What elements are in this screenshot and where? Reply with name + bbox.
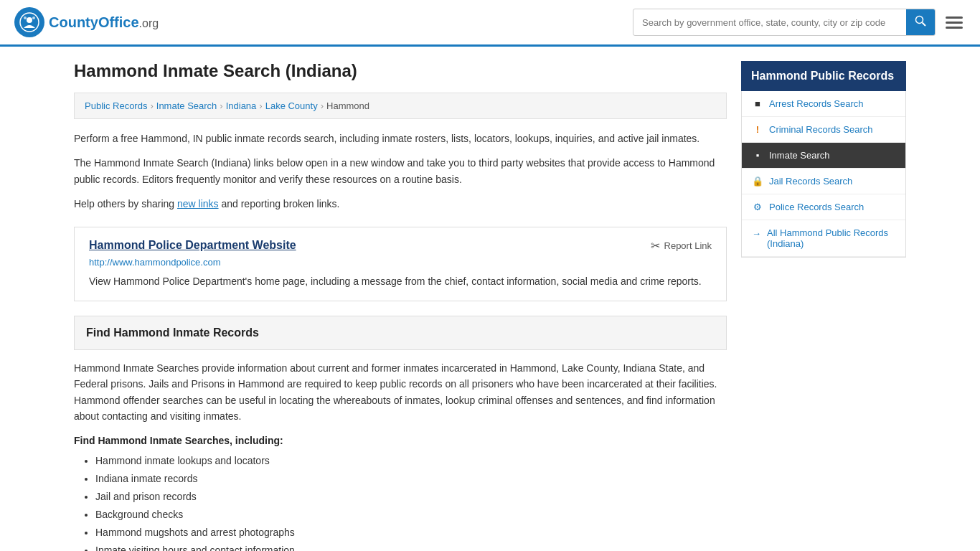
logo-area: CountyOffice.org bbox=[14, 7, 159, 37]
menu-button[interactable] bbox=[943, 14, 966, 32]
list-item: Inmate visiting hours and contact inform… bbox=[95, 542, 727, 551]
list-item: Jail and prison records bbox=[95, 488, 727, 506]
svg-point-4 bbox=[916, 17, 923, 24]
breadcrumb-sep-4: › bbox=[321, 100, 324, 111]
search-input[interactable] bbox=[633, 11, 906, 34]
svg-point-2 bbox=[24, 17, 27, 19]
list-item: Hammond mugshots and arrest photographs bbox=[95, 524, 727, 542]
list-item: Hammond inmate lookups and locators bbox=[95, 452, 727, 470]
breadcrumb-link-indiana[interactable]: Indiana bbox=[226, 100, 257, 111]
logo-text: CountyOffice.org bbox=[49, 14, 159, 31]
list-item: Indiana inmate records bbox=[95, 470, 727, 488]
person-icon: ▪ bbox=[752, 150, 763, 161]
record-url: http://www.hammondpolice.com bbox=[89, 257, 712, 268]
header: CountyOffice.org bbox=[0, 0, 980, 47]
intro-paragraph-1: Perform a free Hammond, IN public inmate… bbox=[74, 131, 727, 146]
breadcrumb-sep-2: › bbox=[220, 100, 222, 111]
scissors-icon: ✂ bbox=[651, 239, 660, 253]
gear-icon: ⚙ bbox=[752, 202, 763, 212]
lock-icon: 🔒 bbox=[752, 176, 763, 187]
sidebar-item-arrest-records[interactable]: ■ Arrest Records Search bbox=[742, 91, 905, 117]
sidebar: Hammond Public Records ■ Arrest Records … bbox=[741, 61, 906, 551]
breadcrumb-sep-3: › bbox=[259, 100, 262, 111]
list-item: Background checks bbox=[95, 506, 727, 524]
find-section-body: Hammond Inmate Searches provide informat… bbox=[74, 360, 727, 425]
breadcrumb-link-inmate-search[interactable]: Inmate Search bbox=[156, 100, 217, 111]
record-title-link[interactable]: Hammond Police Department Website bbox=[89, 239, 296, 251]
sidebar-label-criminal-records: Criminal Records Search bbox=[769, 124, 873, 135]
sidebar-label-all-records: All Hammond Public Records (Indiana) bbox=[767, 227, 895, 249]
sidebar-label-inmate-search: Inmate Search bbox=[769, 150, 830, 161]
sidebar-label-arrest-records: Arrest Records Search bbox=[769, 98, 864, 109]
breadcrumb-link-lake-county[interactable]: Lake County bbox=[265, 100, 318, 111]
svg-point-1 bbox=[27, 17, 32, 23]
sidebar-item-inmate-search[interactable]: ▪ Inmate Search bbox=[742, 143, 905, 169]
record-card-header: Hammond Police Department Website ✂ Repo… bbox=[89, 239, 712, 253]
svg-line-5 bbox=[923, 23, 926, 27]
sidebar-item-all-records[interactable]: → All Hammond Public Records (Indiana) bbox=[742, 220, 905, 257]
arrow-icon: → bbox=[752, 228, 761, 239]
report-link-button[interactable]: ✂ Report Link bbox=[651, 239, 712, 253]
header-right bbox=[633, 9, 966, 36]
sidebar-item-jail-records[interactable]: 🔒 Jail Records Search bbox=[742, 169, 905, 194]
breadcrumb-sep-1: › bbox=[150, 100, 153, 111]
sidebar-label-police-records: Police Records Search bbox=[769, 202, 864, 212]
sidebar-item-police-records[interactable]: ⚙ Police Records Search bbox=[742, 194, 905, 220]
record-title: Hammond Police Department Website bbox=[89, 239, 296, 252]
main-container: Hammond Inmate Search (Indiana) Public R… bbox=[60, 47, 920, 551]
breadcrumb: Public Records › Inmate Search › Indiana… bbox=[74, 93, 727, 119]
logo-icon bbox=[14, 7, 44, 37]
find-bullets-list: Hammond inmate lookups and locators Indi… bbox=[74, 452, 727, 551]
help-text: Help others by sharing new links and rep… bbox=[74, 196, 727, 212]
breadcrumb-link-public-records[interactable]: Public Records bbox=[85, 100, 147, 111]
square-icon: ■ bbox=[752, 98, 763, 109]
record-description: View Hammond Police Department's home pa… bbox=[89, 273, 712, 289]
find-section-heading: Find Hammond Inmate Records bbox=[86, 326, 715, 339]
sidebar-nav: ■ Arrest Records Search ! Criminal Recor… bbox=[741, 91, 906, 258]
search-bar bbox=[633, 9, 936, 36]
record-card-hammond-police: Hammond Police Department Website ✂ Repo… bbox=[74, 227, 727, 301]
exclaim-icon: ! bbox=[752, 124, 763, 135]
find-section-header: Find Hammond Inmate Records bbox=[74, 316, 727, 350]
search-button[interactable] bbox=[906, 9, 935, 35]
sidebar-item-criminal-records[interactable]: ! Criminal Records Search bbox=[742, 117, 905, 143]
page-title: Hammond Inmate Search (Indiana) bbox=[74, 61, 727, 81]
intro-paragraph-2: The Hammond Inmate Search (Indiana) link… bbox=[74, 155, 727, 187]
content-area: Hammond Inmate Search (Indiana) Public R… bbox=[74, 61, 727, 551]
sidebar-header: Hammond Public Records bbox=[741, 61, 906, 91]
find-subheading: Find Hammond Inmate Searches, including: bbox=[74, 435, 727, 446]
svg-point-3 bbox=[32, 17, 35, 19]
new-links-link[interactable]: new links bbox=[177, 198, 219, 209]
sidebar-label-jail-records: Jail Records Search bbox=[769, 176, 852, 187]
breadcrumb-current: Hammond bbox=[326, 100, 369, 111]
